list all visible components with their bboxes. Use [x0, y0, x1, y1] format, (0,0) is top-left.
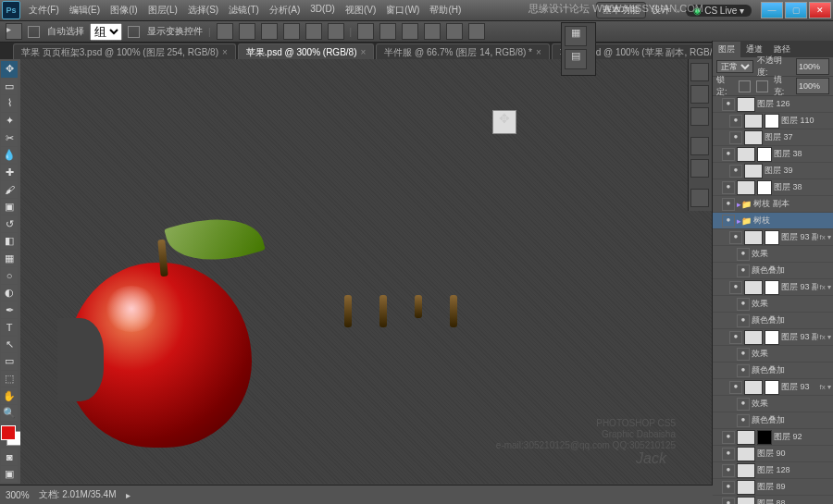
- zoom-tool[interactable]: 🔍: [1, 405, 18, 422]
- layer-row[interactable]: ●图层 37: [713, 129, 833, 146]
- history-brush-tool[interactable]: ↺: [1, 215, 18, 232]
- visibility-icon[interactable]: ●: [722, 181, 735, 194]
- visibility-icon[interactable]: ●: [729, 131, 742, 144]
- lock-pixels[interactable]: [739, 80, 751, 92]
- visibility-icon[interactable]: ●: [729, 231, 742, 244]
- visibility-icon[interactable]: ●: [722, 431, 735, 444]
- blend-mode-select[interactable]: 正常: [716, 60, 753, 73]
- layer-row[interactable]: ●▸📁树枝: [713, 213, 833, 229]
- distribute-icon[interactable]: [424, 23, 441, 40]
- visibility-icon[interactable]: ●: [722, 215, 735, 227]
- layer-row[interactable]: ●图层 128: [713, 462, 833, 479]
- layer-row[interactable]: ●图层 93 副本 2fx ▾: [713, 279, 833, 296]
- align-icon[interactable]: [239, 23, 255, 40]
- layer-row[interactable]: ●图层 39: [713, 163, 833, 179]
- fx-badge[interactable]: fx ▾: [820, 383, 831, 391]
- layer-row[interactable]: ●图层 89: [713, 479, 833, 496]
- layer-row[interactable]: ●图层 93fx ▾: [713, 379, 833, 396]
- lock-position[interactable]: [756, 80, 768, 92]
- fx-badge[interactable]: fx ▾: [820, 283, 831, 291]
- blur-tool[interactable]: ○: [1, 267, 18, 284]
- wand-tool[interactable]: ✦: [1, 113, 18, 129]
- menu-select[interactable]: 选择(S): [183, 2, 223, 18]
- type-tool[interactable]: T: [1, 319, 18, 336]
- palette-icon[interactable]: ▦: [565, 26, 587, 46]
- path-tool[interactable]: ↖: [1, 337, 18, 353]
- menu-analysis[interactable]: 分析(A): [265, 2, 305, 18]
- close-tab-icon[interactable]: ×: [536, 47, 541, 57]
- layer-row[interactable]: ●图层 88: [713, 496, 833, 504]
- tab-layers[interactable]: 图层: [713, 42, 740, 57]
- swatches-panel-icon[interactable]: [690, 85, 709, 104]
- auto-select-checkbox[interactable]: [28, 26, 40, 38]
- visibility-icon[interactable]: ●: [729, 281, 742, 294]
- distribute-icon[interactable]: [357, 23, 374, 40]
- layer-row[interactable]: ●颜色叠加: [713, 363, 833, 379]
- styles-panel-icon[interactable]: [690, 107, 709, 126]
- layer-row[interactable]: ●▸📁树枝 副本: [713, 196, 833, 213]
- visibility-icon[interactable]: ●: [737, 414, 750, 427]
- layer-row[interactable]: ●图层 110: [713, 113, 833, 129]
- visibility-icon[interactable]: ●: [722, 148, 735, 161]
- floating-palette[interactable]: ▦ ▤: [561, 22, 596, 76]
- layer-row[interactable]: ●效果: [713, 346, 833, 363]
- fx-badge[interactable]: fx ▾: [820, 233, 831, 241]
- layer-row[interactable]: ●图层 38: [713, 179, 833, 196]
- visibility-icon[interactable]: ●: [722, 448, 735, 461]
- layer-row[interactable]: ●图层 92: [713, 429, 833, 446]
- close-tab-icon[interactable]: ×: [222, 47, 228, 57]
- visibility-icon[interactable]: ●: [737, 348, 750, 361]
- pen-tool[interactable]: ✒: [1, 301, 18, 318]
- opacity-input[interactable]: [796, 58, 829, 75]
- brush-tool[interactable]: 🖌: [1, 181, 18, 198]
- visibility-icon[interactable]: ●: [729, 165, 742, 178]
- palette-icon[interactable]: ▤: [565, 49, 587, 69]
- visibility-icon[interactable]: ●: [737, 398, 750, 411]
- show-transform-checkbox[interactable]: [128, 26, 140, 38]
- move-tool[interactable]: ✥: [1, 61, 18, 78]
- align-icon[interactable]: [261, 23, 278, 40]
- gradient-tool[interactable]: ▦: [1, 251, 18, 267]
- shape-tool[interactable]: ▭: [1, 353, 18, 370]
- history-panel-icon[interactable]: [690, 189, 709, 207]
- align-icon[interactable]: [305, 23, 322, 40]
- visibility-icon[interactable]: ●: [737, 364, 750, 377]
- layer-row[interactable]: ●颜色叠加: [713, 412, 833, 429]
- align-icon[interactable]: [217, 23, 233, 40]
- menu-filter[interactable]: 滤镜(T): [224, 2, 264, 18]
- minimize-button[interactable]: —: [761, 2, 783, 18]
- 3d-tool[interactable]: ⬚: [1, 371, 18, 387]
- quickmask-tool[interactable]: ◙: [1, 449, 18, 465]
- layer-row[interactable]: ●效果: [713, 246, 833, 263]
- masks-panel-icon[interactable]: [690, 159, 709, 178]
- visibility-icon[interactable]: ●: [729, 381, 742, 394]
- maximize-button[interactable]: ▢: [785, 2, 807, 18]
- dodge-tool[interactable]: ◐: [1, 285, 18, 301]
- align-icon[interactable]: [283, 23, 300, 40]
- color-swatches[interactable]: [1, 425, 19, 447]
- layer-row[interactable]: ●图层 126: [713, 96, 833, 113]
- close-tab-icon[interactable]: ×: [360, 47, 366, 57]
- menu-help[interactable]: 帮助(H): [425, 2, 466, 18]
- layer-row[interactable]: ●图层 93 副本 3fx ▾: [713, 229, 833, 246]
- distribute-icon[interactable]: [379, 23, 396, 40]
- layer-row[interactable]: ●效果: [713, 296, 833, 313]
- layer-row[interactable]: ●图层 90: [713, 446, 833, 462]
- tool-preset-icon[interactable]: ▸: [6, 23, 22, 40]
- close-button[interactable]: ✕: [809, 2, 831, 18]
- menu-image[interactable]: 图像(I): [106, 2, 142, 18]
- layer-row[interactable]: ●图层 38: [713, 146, 833, 163]
- menu-layer[interactable]: 图层(L): [143, 2, 182, 18]
- menu-edit[interactable]: 编辑(E): [65, 2, 105, 18]
- menu-file[interactable]: 文件(F): [24, 2, 64, 18]
- stamp-tool[interactable]: ▣: [1, 199, 18, 215]
- zoom-level[interactable]: 300%: [6, 490, 30, 500]
- visibility-icon[interactable]: ●: [722, 481, 735, 494]
- visibility-icon[interactable]: ●: [737, 298, 750, 311]
- visibility-icon[interactable]: ●: [722, 98, 735, 111]
- visibility-icon[interactable]: ●: [722, 198, 735, 211]
- align-icon[interactable]: [328, 23, 344, 40]
- visibility-icon[interactable]: ●: [737, 248, 750, 261]
- marquee-tool[interactable]: ▭: [1, 79, 18, 95]
- visibility-icon[interactable]: ●: [722, 498, 735, 505]
